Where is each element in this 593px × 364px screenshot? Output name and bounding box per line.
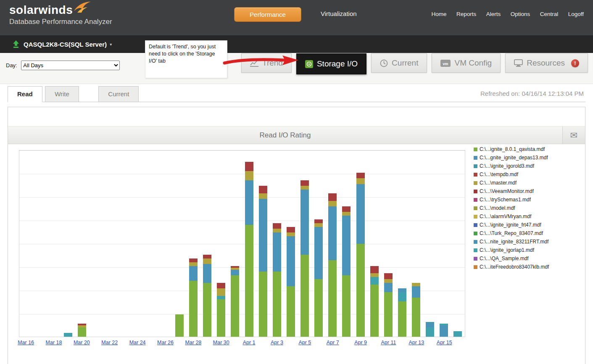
instance-selector[interactable]: QASQL2K8-CS(SQL Server) [24, 41, 107, 48]
x-axis-label-apr-13[interactable]: Apr 13 [409, 340, 424, 346]
legend-swatch [474, 215, 477, 219]
bar-segment-depas13 [203, 264, 211, 282]
legend-label: C:\...gnite_ignite_depas13.mdf [480, 155, 548, 161]
subtab-read[interactable]: Read [8, 86, 42, 102]
nav-options[interactable]: Options [511, 11, 530, 17]
x-axis-label-apr-1[interactable]: Apr 1 [243, 340, 256, 346]
clock-icon [380, 59, 388, 67]
bar-apr-6[interactable] [314, 219, 323, 337]
panel-top-strip [8, 107, 585, 127]
bar-segment-master [328, 201, 337, 206]
subtab-current[interactable]: Current [98, 86, 139, 102]
x-axis-label-apr-7[interactable]: Apr 7 [327, 340, 339, 346]
storage-icon [305, 60, 313, 68]
x-axis-label-mar-18[interactable]: Mar 18 [46, 340, 62, 346]
nav-reports[interactable]: Reports [456, 11, 476, 17]
green-up-arrow-icon [13, 40, 19, 48]
bar-mar-30[interactable] [217, 283, 225, 337]
nav-central[interactable]: Central [540, 11, 559, 17]
bar-segment-qavista [78, 327, 86, 337]
bar-segment-master [189, 262, 198, 266]
tab-resources[interactable]: Resources ! [505, 53, 588, 73]
x-axis-label-apr-3[interactable]: Apr 3 [271, 340, 283, 346]
x-axis-label-mar-16[interactable]: Mar 16 [18, 340, 34, 346]
bar-segment-tempdb [189, 258, 198, 262]
x-axis-label-mar-28[interactable]: Mar 28 [185, 340, 201, 346]
nav-home[interactable]: Home [432, 11, 447, 17]
tab-trend[interactable]: Trend [241, 53, 292, 73]
x-axis-label-apr-15[interactable]: Apr 15 [437, 340, 452, 346]
solarwinds-flame-icon [73, 1, 92, 15]
tab-current[interactable]: Current [371, 53, 427, 73]
legend-item: C:\...\alarmVMryan.mdf [474, 212, 549, 221]
subtab-write[interactable]: Write [45, 86, 79, 102]
monitor-icon [514, 59, 523, 67]
nav-logoff[interactable]: Logoff [568, 11, 584, 17]
performance-button[interactable]: Performance [234, 7, 301, 22]
bar-segment-master [259, 193, 267, 199]
bar-segment-master [370, 273, 379, 277]
bar-mar-31[interactable] [231, 266, 239, 337]
bar-mar-20[interactable] [78, 324, 86, 337]
legend-label: C:\...\master.mdf [480, 180, 517, 186]
svg-text:vm: vm [443, 61, 448, 66]
bar-apr-1[interactable] [245, 162, 253, 337]
bar-segment-tempdb [356, 173, 365, 178]
legend-label: C:\...\QA_Sample.mdf [480, 256, 529, 261]
bar-apr-13[interactable] [412, 283, 420, 337]
bar-apr-15[interactable] [440, 324, 448, 337]
x-axis-label-mar-24[interactable]: Mar 24 [129, 340, 146, 346]
tab-storage-io[interactable]: Storage I/O [296, 53, 366, 74]
bar-mar-27[interactable] [175, 314, 184, 337]
bar-segment-tempdb [245, 162, 253, 171]
legend-item: C:\...\ignite_igorold3.mdf [474, 162, 549, 170]
bar-apr-2[interactable] [259, 186, 267, 337]
legend-swatch [474, 257, 477, 261]
bar-segment-qavista [245, 225, 253, 337]
x-axis-label-apr-5[interactable]: Apr 5 [298, 340, 311, 346]
tab-vm-config[interactable]: vm VM Config [432, 53, 501, 73]
x-axis-label-mar-20[interactable]: Mar 20 [74, 340, 90, 346]
bar-apr-5[interactable] [300, 180, 309, 337]
bar-apr-3[interactable] [273, 223, 281, 337]
bar-apr-14[interactable] [426, 322, 434, 337]
bar-apr-10[interactable] [370, 266, 379, 337]
x-axis-label-apr-11[interactable]: Apr 11 [381, 340, 396, 346]
bar-segment-tempdb [300, 180, 309, 186]
subtab-row: Read Write Current Refreshed on: 04/16/1… [8, 86, 585, 102]
legend-swatch [474, 181, 477, 185]
bar-apr-9[interactable] [356, 173, 365, 337]
nav-alerts[interactable]: Alerts [486, 11, 501, 17]
bar-apr-4[interactable] [287, 227, 295, 337]
bar-apr-7[interactable] [328, 193, 337, 337]
x-axis-label-mar-30[interactable]: Mar 30 [213, 340, 229, 346]
x-axis-label-mar-22[interactable]: Mar 22 [101, 340, 118, 346]
x-axis-label-apr-9[interactable]: Apr 9 [354, 340, 367, 346]
logo: solarwinds Database Performance Analyzer [9, 3, 112, 26]
legend-item: C:\...\model.mdf [474, 204, 549, 212]
chevron-down-icon[interactable]: ▾ [110, 42, 112, 47]
bar-mar-19[interactable] [64, 333, 72, 337]
bar-segment-depas13 [314, 227, 323, 279]
bar-segment-igorold3 [370, 277, 379, 285]
day-label: Day: [6, 62, 17, 69]
bar-segment-qavista [398, 301, 406, 337]
chart-title-bar: Read I/O Rating ✉ [8, 127, 585, 144]
virtualization-link[interactable]: Virtualization [321, 10, 357, 17]
legend-item: C:\...iteFreedobro83407klb.mdf [474, 263, 549, 271]
bar-mar-29[interactable] [203, 255, 211, 337]
bar-apr-11[interactable] [384, 273, 393, 337]
email-chart-button[interactable]: ✉ [562, 127, 585, 144]
day-select[interactable]: All Days [21, 61, 120, 70]
chart-area: Mar 16Mar 18Mar 20Mar 22Mar 24Mar 26Mar … [8, 144, 585, 364]
bar-segment-qavista [189, 281, 198, 337]
bar-segment-qavista [384, 292, 393, 337]
bar-segment-depas13 [273, 232, 281, 272]
bar-apr-12[interactable] [398, 288, 406, 337]
bar-apr-8[interactable] [342, 206, 351, 337]
bar-segment-tempdb [342, 206, 351, 212]
x-axis-label-mar-26[interactable]: Mar 26 [157, 340, 174, 346]
bar-mar-28[interactable] [189, 258, 198, 337]
legend-label: C:\...\VeeamMonitor.mdf [480, 188, 534, 194]
bar-apr-16[interactable] [453, 331, 462, 337]
